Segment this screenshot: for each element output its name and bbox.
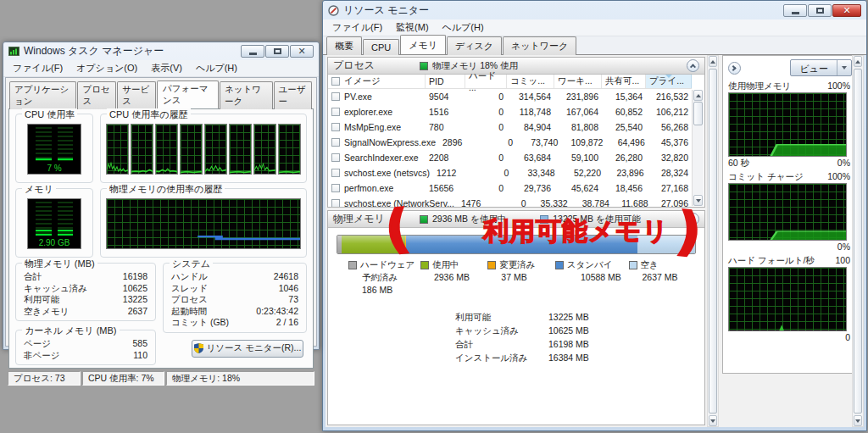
column-image[interactable]: イメージ — [328, 75, 426, 88]
bar-segment-used — [342, 236, 406, 253]
used-physical-memory-graph — [728, 92, 847, 157]
memory-used-label: 2936 MB を使用中 — [432, 214, 506, 225]
maximize-icon — [274, 48, 281, 54]
legend-label: スタンバイ — [567, 259, 613, 271]
menu-monitor[interactable]: 監視(M) — [390, 19, 435, 36]
dropdown-arrow-icon[interactable] — [837, 60, 851, 75]
group-label: 物理メモリ (MB) — [22, 258, 97, 270]
scrollbar-thumb[interactable] — [854, 69, 862, 414]
legend-value: 2936 MB — [420, 271, 487, 284]
column-private[interactable]: プライ... — [646, 75, 692, 88]
select-all-checkbox[interactable] — [331, 77, 340, 86]
tab-services[interactable]: サービス — [117, 81, 156, 109]
scroll-up-icon[interactable] — [693, 90, 703, 101]
tab-network[interactable]: ネットワーク — [503, 36, 576, 55]
graph-title: コミット チャージ — [728, 170, 804, 183]
graph-max-label: 100 — [835, 254, 850, 267]
row-checkbox[interactable] — [331, 199, 340, 207]
menu-help[interactable]: ヘルプ(H) — [190, 60, 243, 76]
menu-file[interactable]: ファイル(F) — [326, 19, 388, 36]
column-commit[interactable]: コミッ... — [507, 75, 554, 88]
scroll-up-icon[interactable] — [709, 56, 717, 67]
scroll-down-icon[interactable] — [709, 415, 717, 426]
memory-panel-header[interactable]: 物理メモリ 2936 MB を使用中 13225 MB を使用可能 — [328, 211, 704, 228]
table-row[interactable]: SearchIndexer.exe 2208 0 63,684 59,100 2… — [328, 150, 692, 165]
row-checkbox[interactable] — [331, 123, 340, 131]
memory-details: 利用可能13225 MB キャッシュ済み10625 MB 合計16198 MB … — [455, 310, 704, 364]
bar-segment-free — [637, 236, 695, 253]
table-row[interactable]: MsMpEng.exe 780 0 84,904 81,808 25,540 5… — [328, 119, 692, 135]
row-checkbox[interactable] — [331, 92, 340, 101]
main-scrollbar[interactable] — [707, 55, 719, 427]
row-checkbox[interactable] — [331, 108, 340, 116]
row-checkbox[interactable] — [331, 138, 340, 147]
tab-performance[interactable]: パフォーマンス — [157, 80, 219, 108]
tab-networking[interactable]: ネットワーク — [220, 81, 273, 109]
close-button[interactable]: ✕ — [290, 45, 314, 58]
table-row[interactable]: svchost.exe (NetworkServ... 1476 0 35,33… — [328, 196, 692, 207]
close-icon: ✕ — [298, 47, 305, 56]
table-row[interactable]: PV.exe 9504 0 314,564 231,896 15,364 216… — [328, 89, 692, 104]
row-checkbox[interactable] — [331, 169, 340, 177]
cpu-history-group: CPU 使用率の履歴 — [100, 114, 307, 183]
resource-monitor-button[interactable]: リソース モニター(R)... — [192, 340, 303, 358]
memory-history-group: 物理メモリの使用率の履歴 — [100, 188, 307, 258]
tab-overview[interactable]: 概要 — [326, 36, 362, 55]
row-checkbox[interactable] — [331, 184, 340, 192]
cpu-core-history-graphs — [106, 124, 301, 175]
process-panel-header[interactable]: プロセス 物理メモリ 18% 使用 — [328, 58, 704, 75]
detail-value: 16384 MB — [548, 351, 616, 364]
scroll-down-icon[interactable] — [854, 415, 862, 426]
status-cpu-usage: CPU 使用率: 7% — [82, 371, 164, 386]
tab-memory[interactable]: メモリ — [400, 35, 446, 54]
menu-file[interactable]: ファイル(F) — [7, 60, 69, 76]
column-hard-faults[interactable]: ハード ... — [465, 75, 507, 88]
tab-users[interactable]: ユーザー — [274, 81, 312, 109]
row-checkbox[interactable] — [331, 153, 340, 162]
scrollbar-thumb[interactable] — [709, 69, 717, 414]
menu-help[interactable]: ヘルプ(H) — [437, 19, 490, 36]
table-row[interactable]: SignalNowExpress.exe 2896 0 73,740 109,8… — [328, 135, 692, 150]
column-pid[interactable]: PID — [426, 75, 465, 88]
menu-view[interactable]: 表示(V) — [145, 60, 188, 76]
scroll-up-icon[interactable] — [854, 56, 862, 67]
window-scrollbar[interactable] — [852, 55, 864, 427]
collapse-process-panel-button[interactable] — [687, 59, 699, 72]
stat-label: ハンドル — [171, 271, 208, 283]
menu-options[interactable]: オプション(O) — [70, 60, 143, 76]
collapse-memory-panel-button[interactable] — [687, 213, 699, 225]
column-working-set[interactable]: ワーキ... — [554, 75, 602, 88]
minimize-button[interactable] — [783, 4, 807, 17]
tab-applications[interactable]: アプリケーション — [9, 81, 76, 109]
graph-min-label: 0% — [837, 241, 850, 253]
process-panel: プロセス 物理メモリ 18% 使用 イメージ PID ハード ... コミッ..… — [327, 57, 705, 208]
modified-swatch-icon — [487, 261, 496, 269]
legend-value: 2637 MB — [629, 271, 696, 284]
stat-value: 13225 — [123, 294, 147, 306]
tab-disk[interactable]: ディスク — [447, 36, 502, 55]
column-shareable[interactable]: 共有可... — [602, 75, 646, 88]
table-row[interactable]: explorer.exe 1516 0 118,748 167,064 60,8… — [328, 104, 692, 119]
hardware-swatch-icon — [348, 261, 357, 269]
scroll-down-icon[interactable] — [693, 195, 703, 206]
tab-cpu[interactable]: CPU — [363, 39, 399, 55]
task-manager-icon — [8, 46, 19, 57]
task-manager-titlebar[interactable]: Windows タスク マネージャー ✕ — [3, 42, 319, 60]
table-row[interactable]: svchost.exe (netsvcs) 1212 0 33,348 52,2… — [328, 165, 692, 180]
tab-processes[interactable]: プロセス — [77, 81, 116, 109]
maximize-button[interactable] — [265, 45, 289, 58]
minimize-button[interactable] — [241, 45, 264, 58]
stat-value: 0:23:43:42 — [256, 306, 298, 318]
scrollbar-thumb[interactable] — [693, 102, 703, 125]
resource-monitor-titlebar[interactable]: リソース モニター ✕ — [323, 1, 866, 19]
stat-value: 2 / 16 — [276, 317, 298, 329]
expand-side-panel-button[interactable] — [728, 62, 741, 75]
kernel-memory-group: カーネル メモリ (MB) ページ585 非ページ110 — [15, 330, 156, 365]
maximize-button[interactable] — [808, 4, 832, 17]
close-button[interactable]: ✕ — [832, 4, 861, 17]
process-list-scrollbar[interactable] — [692, 90, 704, 206]
window-title: Windows タスク マネージャー — [24, 44, 164, 58]
view-button[interactable]: ビュー — [790, 59, 852, 76]
table-row[interactable]: perfmon.exe 15656 0 29,736 45,624 18,456… — [328, 180, 692, 196]
stat-label: プロセス — [171, 294, 208, 306]
